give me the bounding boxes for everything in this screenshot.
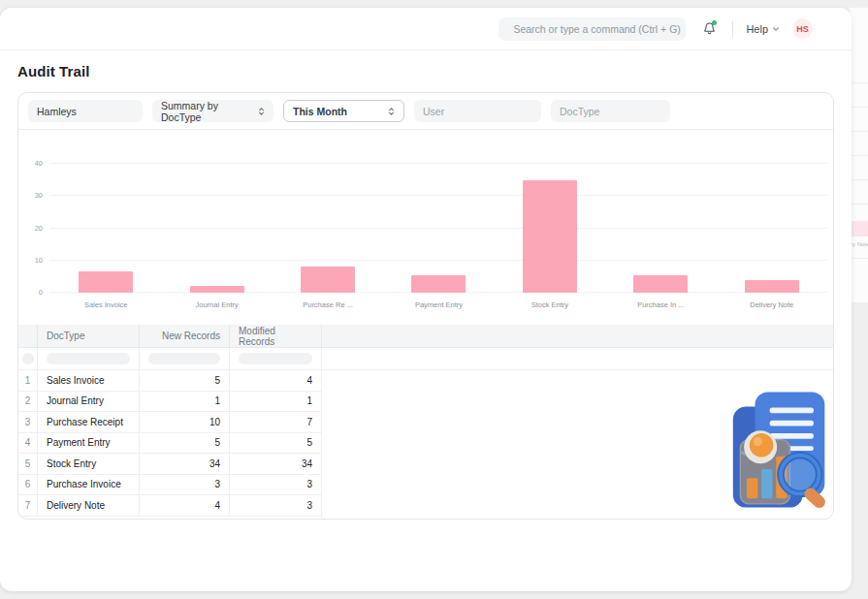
global-search-input[interactable]: Search or type a command (Ctrl + G) — [498, 17, 686, 41]
navbar-divider — [732, 21, 733, 37]
new-records-cell: 5 — [140, 370, 230, 392]
modified-records-cell: 5 — [230, 433, 322, 455]
main-panel: Search or type a command (Ctrl + G) Help… — [0, 8, 852, 591]
report-filters: Hamleys Summary by DocType This Month — [18, 93, 833, 130]
row-index-cell: 7 — [18, 495, 38, 517]
new-records-cell: 10 — [140, 412, 230, 433]
table-header-row: DocType New Records Modified Records — [18, 325, 833, 348]
table-row[interactable]: 6Purchase Invoice33 — [18, 475, 833, 496]
select-chevrons-icon — [388, 108, 395, 115]
modified-records-cell: 7 — [230, 412, 322, 433]
doctype-cell: Delivery Note — [38, 495, 140, 517]
doctype-cell: Stock Entry — [38, 454, 140, 475]
table-row[interactable]: 3Purchase Receipt107 — [18, 412, 833, 433]
index-column-header — [18, 325, 38, 347]
x-axis-label: Delivery Note — [717, 300, 827, 309]
y-axis-tick-label: 30 — [35, 191, 43, 200]
modified-records-cell: 34 — [230, 454, 322, 475]
user-avatar[interactable]: HS — [792, 18, 813, 39]
table-row[interactable]: 4Payment Entry55 — [18, 433, 833, 455]
y-axis-tick-label: 40 — [35, 159, 43, 168]
table-row[interactable]: 2Journal Entry11 — [18, 392, 833, 413]
background-page-edge: ry Note — [850, 8, 868, 302]
row-filter-circle — [22, 353, 34, 364]
modified-records-cell: 3 — [230, 475, 322, 496]
table-filter-row — [18, 348, 833, 370]
chevron-down-icon — [772, 26, 780, 32]
select-chevrons-icon — [258, 108, 265, 115]
doctype-cell: Payment Entry — [38, 433, 140, 455]
new-records-cell: 3 — [140, 475, 230, 496]
chart-bar[interactable] — [190, 286, 244, 293]
y-axis-tick-label: 10 — [35, 255, 43, 264]
chart-bar[interactable] — [745, 280, 799, 293]
doctype-cell: Journal Entry — [38, 392, 140, 413]
row-index-cell: 1 — [18, 370, 38, 392]
doctype-column-filter-input[interactable] — [47, 353, 130, 364]
background-chart-bar — [852, 221, 868, 236]
y-axis-tick-label: 0 — [39, 288, 43, 297]
report-table: DocType New Records Modified Records 1Sa… — [18, 325, 833, 517]
modified-records-column-filter-input[interactable] — [239, 353, 312, 364]
chart-bar[interactable] — [79, 271, 133, 293]
chart-plot: 010203040 — [50, 130, 827, 293]
report-container: Hamleys Summary by DocType This Month — [17, 92, 834, 520]
navbar: Search or type a command (Ctrl + G) Help… — [0, 8, 852, 50]
help-menu[interactable]: Help — [746, 23, 780, 35]
chart-x-labels: Sales InvoiceJournal EntryPurchase Re ..… — [50, 300, 827, 309]
table-row[interactable]: 1Sales Invoice54 — [18, 370, 833, 392]
x-axis-label: Purchase Re ... — [273, 300, 383, 309]
modified-records-cell: 1 — [230, 392, 322, 413]
chart-bar[interactable] — [301, 267, 355, 293]
row-index-cell: 6 — [18, 475, 38, 496]
doctype-filter-input[interactable]: DocType — [551, 100, 670, 122]
help-label: Help — [746, 23, 768, 35]
new-records-cell: 1 — [140, 392, 230, 413]
notification-dot — [712, 20, 717, 25]
new-records-cell: 5 — [140, 433, 230, 455]
doctype-cell: Sales Invoice — [38, 370, 140, 392]
user-filter-input[interactable]: User — [414, 100, 541, 122]
period-select[interactable]: This Month — [283, 100, 404, 122]
search-placeholder: Search or type a command (Ctrl + G) — [513, 23, 680, 35]
row-index-cell: 4 — [18, 433, 38, 455]
table-row[interactable]: 5Stock Entry3434 — [18, 454, 833, 475]
background-partial-label: ry Note — [851, 241, 868, 247]
new-records-cell: 4 — [140, 495, 230, 517]
modified-records-cell: 3 — [230, 495, 322, 517]
report-table-body: 1Sales Invoice542Journal Entry113Purchas… — [18, 370, 833, 517]
modified-records-cell: 4 — [230, 370, 322, 392]
y-axis-tick-label: 20 — [35, 223, 43, 232]
company-filter-input[interactable]: Hamleys — [28, 100, 143, 122]
doctype-cell: Purchase Receipt — [38, 412, 140, 433]
chart-bar[interactable] — [523, 180, 577, 293]
row-index-cell: 3 — [18, 412, 38, 433]
chart-bar[interactable] — [633, 275, 688, 293]
x-axis-label: Sales Invoice — [50, 300, 161, 309]
x-axis-label: Stock Entry — [495, 300, 605, 309]
x-axis-label: Payment Entry — [383, 300, 494, 309]
chart-bar[interactable] — [411, 275, 466, 293]
page-title: Audit Trail — [17, 63, 834, 79]
new-records-column-filter-input[interactable] — [148, 353, 220, 364]
notifications-button[interactable] — [698, 18, 720, 40]
x-axis-label: Purchase In ... — [605, 300, 716, 309]
doctype-column-header[interactable]: DocType — [38, 325, 140, 347]
row-index-cell: 5 — [18, 454, 38, 475]
audit-illustration — [729, 386, 830, 516]
x-axis-label: Journal Entry — [161, 300, 272, 309]
new-records-cell: 34 — [140, 454, 230, 475]
view-select[interactable]: Summary by DocType — [152, 100, 273, 122]
table-row[interactable]: 7Delivery Note43 — [18, 495, 833, 517]
new-records-column-header[interactable]: New Records — [140, 325, 230, 347]
row-index-cell: 2 — [18, 392, 38, 413]
modified-records-column-header[interactable]: Modified Records — [230, 325, 322, 347]
doctype-cell: Purchase Invoice — [38, 475, 140, 496]
audit-trail-chart: 010203040 Sales InvoiceJournal EntryPurc… — [18, 130, 833, 327]
